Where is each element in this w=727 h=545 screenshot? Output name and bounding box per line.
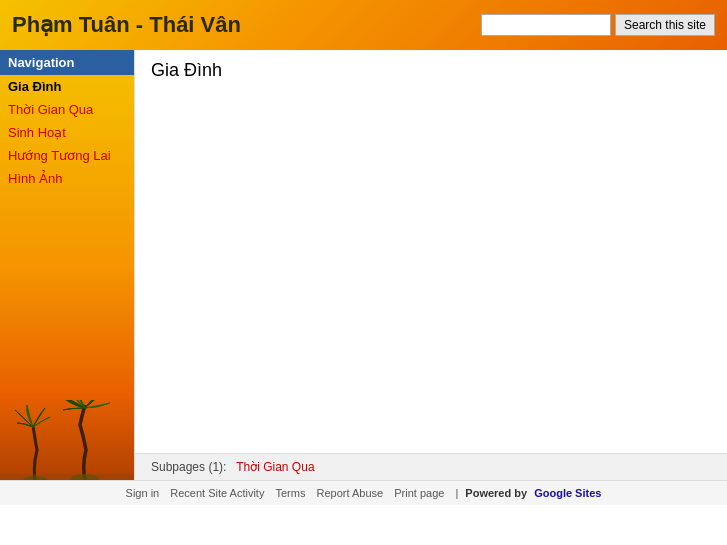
subpages-link[interactable]: Thời Gian Qua [236, 460, 314, 474]
svg-rect-2 [0, 474, 134, 480]
page-title: Gia Đình [151, 60, 711, 81]
page-title-bar: Gia Đình [135, 50, 727, 87]
content-area [135, 87, 727, 453]
page-layout: Navigation Gia Đình Thời Gian Qua Sinh H… [0, 50, 727, 480]
search-input[interactable] [481, 14, 611, 36]
palm-trees-decoration [0, 400, 134, 480]
footer: Sign in Recent Site Activity Terms Repor… [0, 480, 727, 505]
sidebar-item-hinh-anh[interactable]: Hình Ảnh [0, 167, 134, 190]
sidebar-item-sinh-hoat[interactable]: Sinh Hoạt [0, 121, 134, 144]
footer-pipe: | [455, 487, 458, 499]
print-page-link[interactable]: Print page [394, 487, 444, 499]
powered-by-text: Powered by [465, 487, 527, 499]
site-header: Phạm Tuân - Thái Vân Search this site [0, 0, 727, 50]
sidebar-item-thoi-gian-qua[interactable]: Thời Gian Qua [0, 98, 134, 121]
report-abuse-link[interactable]: Report Abuse [317, 487, 384, 499]
sign-in-link[interactable]: Sign in [126, 487, 160, 499]
site-title: Phạm Tuân - Thái Vân [12, 12, 241, 38]
search-area: Search this site [481, 14, 715, 36]
terms-link[interactable]: Terms [275, 487, 305, 499]
nav-header: Navigation [0, 50, 134, 75]
sidebar: Navigation Gia Đình Thời Gian Qua Sinh H… [0, 50, 134, 480]
recent-activity-link[interactable]: Recent Site Activity [170, 487, 264, 499]
sidebar-item-gia-dinh[interactable]: Gia Đình [0, 75, 134, 98]
sidebar-item-huong-tuong-lai[interactable]: Hướng Tương Lai [0, 144, 134, 167]
subpages-label: Subpages (1): [151, 460, 226, 474]
search-button[interactable]: Search this site [615, 14, 715, 36]
main-content: Gia Đình Subpages (1): Thời Gian Qua [134, 50, 727, 480]
subpages-bar: Subpages (1): Thời Gian Qua [135, 453, 727, 480]
google-sites-link[interactable]: Google Sites [534, 487, 601, 499]
